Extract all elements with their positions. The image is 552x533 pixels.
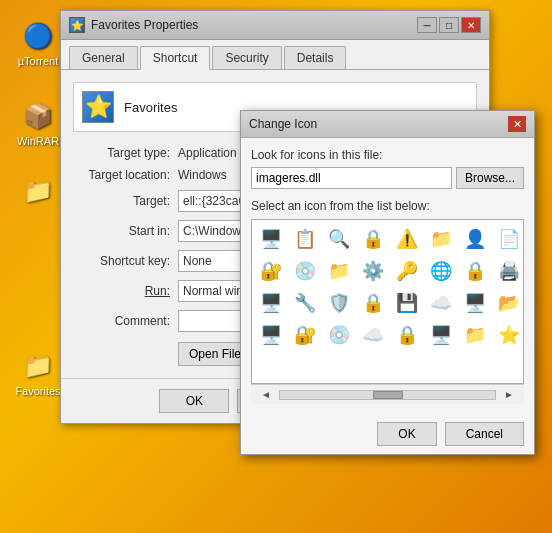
favorites-icon: 📁 <box>22 350 54 382</box>
icon-cell-33[interactable]: 📁 <box>460 320 490 350</box>
icon-grid: 🖥️📋🔍🔒⚠️📁👤📄🎵🔐💿📁⚙️🔑🌐🔒🖨️⭐🖥️🔧🛡️🔒💾☁️🖥️📂⭐🖥️🔐💿☁… <box>252 220 523 354</box>
comment-label: Comment: <box>73 314 178 328</box>
change-icon-bottom-buttons: OK Cancel <box>241 414 534 454</box>
icon-cell-21[interactable]: 🔒 <box>358 288 388 318</box>
icon-cell-22[interactable]: 💾 <box>392 288 422 318</box>
target-type-value: Application <box>178 146 237 160</box>
winrar-label: WinRAR <box>17 135 59 147</box>
tab-security[interactable]: Security <box>212 46 281 69</box>
change-icon-cancel-button[interactable]: Cancel <box>445 422 524 446</box>
icon-cell-34[interactable]: ⭐ <box>494 320 524 350</box>
utorrent-icon: 🔵 <box>22 20 54 52</box>
icon-cell-12[interactable]: ⚙️ <box>358 256 388 286</box>
icon-cell-29[interactable]: 💿 <box>324 320 354 350</box>
scroll-left-arrow[interactable]: ◄ <box>257 389 275 400</box>
change-icon-ok-button[interactable]: OK <box>377 422 436 446</box>
favorites-titlebar: ⭐ Favorites Properties ─ □ ✕ <box>61 11 489 40</box>
icon-cell-4[interactable]: ⚠️ <box>392 224 422 254</box>
icon-cell-15[interactable]: 🔒 <box>460 256 490 286</box>
icon-scrollbar: ◄ ► <box>251 384 524 404</box>
select-label: Select an icon from the list below: <box>251 199 524 213</box>
minimize-button[interactable]: ─ <box>417 17 437 33</box>
icon-cell-28[interactable]: 🔐 <box>290 320 320 350</box>
scroll-thumb <box>373 391 403 399</box>
scroll-right-arrow[interactable]: ► <box>500 389 518 400</box>
folder1-icon: 📁 <box>22 175 54 207</box>
tab-details[interactable]: Details <box>284 46 347 69</box>
icon-cell-11[interactable]: 📁 <box>324 256 354 286</box>
change-icon-content: Look for icons in this file: Browse... S… <box>241 138 534 414</box>
icon-cell-3[interactable]: 🔒 <box>358 224 388 254</box>
target-location-value: Windows <box>178 168 227 182</box>
desktop: 🔵 µTorrent 📦 WinRAR 📁 📁 Favorites ⭐ Favo… <box>0 0 552 533</box>
file-row: Browse... <box>251 167 524 189</box>
icon-cell-5[interactable]: 📁 <box>426 224 456 254</box>
close-button[interactable]: ✕ <box>461 17 481 33</box>
icon-cell-9[interactable]: 🔐 <box>256 256 286 286</box>
icon-cell-7[interactable]: 📄 <box>494 224 524 254</box>
prop-icon: ⭐ <box>82 91 114 123</box>
browse-button[interactable]: Browse... <box>456 167 524 189</box>
icon-cell-23[interactable]: ☁️ <box>426 288 456 318</box>
desktop-icon-winrar[interactable]: 📦 WinRAR <box>8 100 68 147</box>
winrar-icon: 📦 <box>22 100 54 132</box>
run-label: Run: <box>73 284 178 298</box>
tab-shortcut[interactable]: Shortcut <box>140 46 211 70</box>
change-icon-close-button[interactable]: ✕ <box>508 116 526 132</box>
target-location-label: Target location: <box>73 168 178 182</box>
prop-name: Favorites <box>124 100 177 115</box>
icon-cell-1[interactable]: 📋 <box>290 224 320 254</box>
icon-cell-19[interactable]: 🔧 <box>290 288 320 318</box>
icon-cell-6[interactable]: 👤 <box>460 224 490 254</box>
window-title: Favorites Properties <box>91 18 198 32</box>
change-icon-titlebar: Change Icon ✕ <box>241 111 534 138</box>
desktop-icon-favorites[interactable]: 📁 Favorites <box>8 350 68 397</box>
icon-cell-32[interactable]: 🖥️ <box>426 320 456 350</box>
icon-cell-30[interactable]: ☁️ <box>358 320 388 350</box>
icon-cell-24[interactable]: 🖥️ <box>460 288 490 318</box>
icon-cell-20[interactable]: 🛡️ <box>324 288 354 318</box>
maximize-button[interactable]: □ <box>439 17 459 33</box>
icon-cell-31[interactable]: 🔒 <box>392 320 422 350</box>
tab-bar: General Shortcut Security Details <box>61 40 489 70</box>
favorites-label: Favorites <box>15 385 60 397</box>
target-label: Target: <box>73 194 178 208</box>
file-input[interactable] <box>251 167 452 189</box>
icon-cell-25[interactable]: 📂 <box>494 288 524 318</box>
utorrent-label: µTorrent <box>18 55 59 67</box>
icon-cell-2[interactable]: 🔍 <box>324 224 354 254</box>
file-label: Look for icons in this file: <box>251 148 524 162</box>
change-icon-dialog: Change Icon ✕ Look for icons in this fil… <box>240 110 535 455</box>
desktop-icon-utorrent[interactable]: 🔵 µTorrent <box>8 20 68 67</box>
icon-cell-14[interactable]: 🌐 <box>426 256 456 286</box>
desktop-icon-folder1[interactable]: 📁 <box>8 175 68 210</box>
icon-cell-18[interactable]: 🖥️ <box>256 288 286 318</box>
icon-cell-16[interactable]: 🖨️ <box>494 256 524 286</box>
target-type-label: Target type: <box>73 146 178 160</box>
icon-cell-13[interactable]: 🔑 <box>392 256 422 286</box>
icon-cell-10[interactable]: 💿 <box>290 256 320 286</box>
shortcut-key-label: Shortcut key: <box>73 254 178 268</box>
tab-general[interactable]: General <box>69 46 138 69</box>
start-in-label: Start in: <box>73 224 178 238</box>
titlebar-icon: ⭐ <box>69 17 85 33</box>
icon-grid-container: 🖥️📋🔍🔒⚠️📁👤📄🎵🔐💿📁⚙️🔑🌐🔒🖨️⭐🖥️🔧🛡️🔒💾☁️🖥️📂⭐🖥️🔐💿☁… <box>251 219 524 384</box>
titlebar-left: ⭐ Favorites Properties <box>69 17 198 33</box>
icon-cell-0[interactable]: 🖥️ <box>256 224 286 254</box>
ok-button[interactable]: OK <box>159 389 229 413</box>
window-controls: ─ □ ✕ <box>417 17 481 33</box>
icon-cell-27[interactable]: 🖥️ <box>256 320 286 350</box>
change-icon-title: Change Icon <box>249 117 317 131</box>
scroll-track[interactable] <box>279 390 496 400</box>
